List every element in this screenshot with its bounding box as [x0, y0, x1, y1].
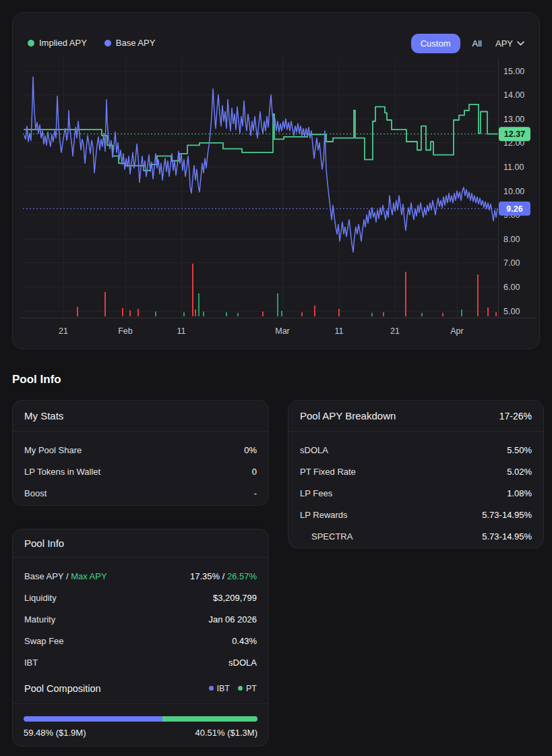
x-tick-label: 21 [59, 326, 68, 336]
volume-bar [237, 313, 239, 316]
apy-dropdown-label: APY [495, 38, 513, 49]
legend-pt-label: PT [246, 684, 257, 693]
stat-row-label: SPECTRA [300, 531, 352, 542]
base-apy-badge-value: 9.26 [506, 204, 522, 214]
volume-bar [129, 310, 131, 316]
implied-apy-dot-icon [28, 40, 34, 47]
pool-composition-header: Pool Composition IBT PT [13, 673, 268, 704]
stat-row: LP Tokens in Wallet0 [24, 461, 257, 482]
my-stats-header: My Stats [13, 401, 268, 432]
y-tick-label: 10.00 [503, 187, 524, 196]
pool-composition-title: Pool Composition [24, 683, 101, 694]
volume-bar [301, 312, 303, 316]
stat-row-value: 0% [244, 445, 257, 455]
stat-row-value: 0.43% [232, 636, 257, 646]
pool-info-card-header: Pool Info [13, 529, 268, 558]
apy-range-value: 17-26% [499, 411, 532, 421]
y-tick-label: 5.00 [503, 307, 520, 316]
volume-bar [137, 309, 139, 316]
stat-row-value: sDOLA [228, 658, 257, 668]
stat-row: Boost- [24, 482, 257, 504]
volume-bar [195, 310, 196, 316]
pool-info-rows: Base APY / Max APY17.35% / 26.57%Liquidi… [13, 558, 268, 673]
volume-bar [183, 312, 185, 316]
volume-bar [338, 309, 340, 316]
x-tick-label: Mar [275, 326, 290, 336]
composition-bar-pt [162, 716, 257, 722]
stat-row-label: LP Fees [300, 488, 332, 498]
stat-row-label: PT Fixed Rate [300, 467, 356, 477]
pt-dot-icon [238, 686, 243, 691]
pool-info-card: Pool Info Base APY / Max APY17.35% / 26.… [12, 529, 269, 747]
y-tick-label: 7.00 [503, 258, 520, 268]
legend-ibt: IBT [209, 684, 230, 693]
apy-breakdown-header: Pool APY Breakdown 17-26% [288, 401, 543, 432]
composition-right-label: 40.51% ($1.3M) [195, 728, 258, 738]
stat-row: Liquidity$3,209,799 [24, 587, 257, 608]
stat-row-label: LP Tokens in Wallet [24, 467, 100, 477]
stat-row: My Pool Share0% [24, 439, 257, 461]
legend-base-apy-label: Base APY [116, 38, 156, 48]
stat-row: IBTsDOLA [24, 651, 257, 673]
y-tick-label: 13.00 [503, 115, 524, 124]
apy-chart[interactable]: 15.0014.0013.0012.0011.0010.009.008.007.… [13, 53, 541, 350]
stat-row-value: 1.08% [507, 488, 532, 498]
volume-bar [281, 311, 282, 316]
x-tick-label: 11 [335, 326, 344, 336]
volume-bar [122, 308, 123, 316]
stat-row: MaturityJan 06 2026 [24, 608, 257, 630]
custom-range-button[interactable]: Custom [411, 34, 460, 53]
legend-ibt-label: IBT [217, 684, 230, 693]
stat-row-label: Boost [24, 488, 47, 498]
volume-bar [442, 313, 443, 316]
chevron-down-icon [517, 41, 524, 46]
volume-bar [314, 306, 315, 316]
chart-header: Implied APY Base APY Custom All APY [13, 13, 539, 53]
volume-bar [477, 274, 479, 316]
stat-row-value: 5.73-14.95% [482, 531, 532, 542]
stat-row: Swap Fee0.43% [24, 630, 257, 651]
volume-bar [155, 312, 156, 316]
y-tick-label: 6.00 [503, 283, 520, 292]
stat-row-value: $3,209,799 [213, 593, 257, 603]
volume-bar [383, 312, 384, 316]
stat-row-label: Maturity [24, 614, 55, 624]
y-tick-label: 14.00 [503, 90, 524, 100]
stat-row-value: - [254, 488, 257, 498]
legend-implied-apy[interactable]: Implied APY [28, 38, 87, 48]
legend-implied-apy-label: Implied APY [39, 38, 87, 48]
volume-bar [495, 312, 497, 316]
stat-row-label: Swap Fee [24, 636, 64, 646]
x-tick-label: Apr [450, 326, 463, 336]
x-tick-label: Feb [118, 326, 133, 336]
stat-row-label: IBT [24, 658, 38, 668]
my-stats-card: My Stats My Pool Share0%LP Tokens in Wal… [12, 400, 269, 506]
legend-pt: PT [238, 684, 257, 693]
ibt-dot-icon [209, 686, 214, 691]
all-range-button[interactable]: All [471, 36, 483, 51]
stat-row-value: 0 [252, 467, 257, 477]
stat-row-label: sDOLA [300, 445, 328, 455]
stat-row-label: Base APY / Max APY [24, 571, 107, 581]
pool-composition-body: 59.48% ($1.9M) 40.51% ($1.3M) [13, 704, 268, 738]
composition-labels: 59.48% ($1.9M) 40.51% ($1.3M) [24, 728, 257, 738]
legend-base-apy[interactable]: Base APY [104, 38, 156, 48]
stat-row: sDOLA5.50% [300, 439, 532, 461]
apy-dropdown[interactable]: APY [494, 36, 526, 51]
pool-info-heading: Pool Info [12, 373, 61, 386]
volume-bar [192, 264, 193, 316]
base-apy-line [24, 77, 497, 252]
stat-row: PT Fixed Rate5.02% [300, 461, 532, 482]
pool-composition-legend: IBT PT [209, 684, 257, 693]
stat-row-label: LP Rewards [300, 510, 348, 520]
volume-bar [487, 308, 489, 316]
composition-bar-ibt [24, 716, 162, 722]
volume-bar [226, 312, 227, 316]
stat-row: LP Fees1.08% [300, 482, 532, 504]
my-stats-rows: My Pool Share0%LP Tokens in Wallet0Boost… [13, 432, 268, 504]
chart-controls: Custom All APY [411, 34, 526, 53]
stat-row-value: 17.35% / 26.57% [190, 571, 257, 581]
implied-apy-badge-value: 12.37 [504, 129, 525, 139]
volume-bar [371, 313, 373, 316]
base-apy-dot-icon [104, 40, 111, 47]
